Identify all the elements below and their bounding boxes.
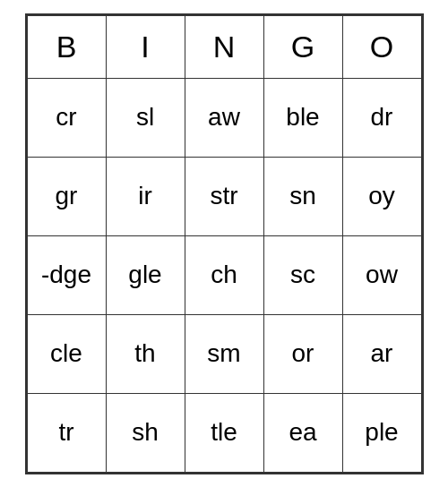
header-col-o: O <box>342 15 421 78</box>
cell-0-4: dr <box>342 78 421 157</box>
cell-2-4: ow <box>342 235 421 314</box>
cell-2-1: gle <box>106 235 185 314</box>
cell-4-4: ple <box>342 393 421 472</box>
cell-4-2: tle <box>185 393 263 472</box>
cell-1-1: ir <box>106 157 185 235</box>
cell-3-2: sm <box>185 314 263 393</box>
bingo-card: BINGO crslawbledrgrirstrsnoy-dgeglechsco… <box>25 13 424 474</box>
cell-0-3: ble <box>263 78 342 157</box>
cell-2-0: -dge <box>27 235 106 314</box>
cell-2-3: sc <box>263 235 342 314</box>
cell-1-0: gr <box>27 157 106 235</box>
cell-3-0: cle <box>27 314 106 393</box>
header-col-i: I <box>106 15 185 78</box>
cell-0-2: aw <box>185 78 263 157</box>
cell-3-3: or <box>263 314 342 393</box>
bingo-table: BINGO crslawbledrgrirstrsnoy-dgeglechsco… <box>27 15 422 473</box>
table-row-4: trshtleeaple <box>27 393 421 472</box>
cell-1-2: str <box>185 157 263 235</box>
header-col-b: B <box>27 15 106 78</box>
cell-1-4: oy <box>342 157 421 235</box>
table-row-2: -dgeglechscow <box>27 235 421 314</box>
cell-4-3: ea <box>263 393 342 472</box>
cell-1-3: sn <box>263 157 342 235</box>
cell-3-1: th <box>106 314 185 393</box>
table-row-3: clethsmorar <box>27 314 421 393</box>
cell-0-0: cr <box>27 78 106 157</box>
table-row-0: crslawbledr <box>27 78 421 157</box>
cell-4-0: tr <box>27 393 106 472</box>
header-col-n: N <box>185 15 263 78</box>
header-row: BINGO <box>27 15 421 78</box>
header-col-g: G <box>263 15 342 78</box>
cell-2-2: ch <box>185 235 263 314</box>
cell-3-4: ar <box>342 314 421 393</box>
cell-0-1: sl <box>106 78 185 157</box>
cell-4-1: sh <box>106 393 185 472</box>
table-row-1: grirstrsnoy <box>27 157 421 235</box>
